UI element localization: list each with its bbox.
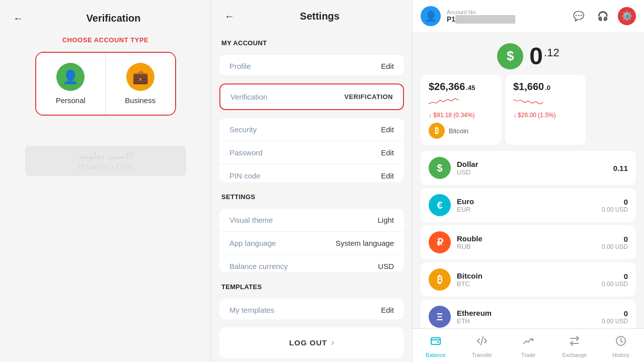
euro-code: EUR [457,206,596,213]
eth-ticker[interactable]: $1,660 .0 ↓ $26.00 (1.5%) [505,75,586,145]
choose-account-label: CHOOSE ACCOUNT TYPE [62,36,149,44]
eth-chart [513,95,543,110]
settings-panel: ← Settings MY ACCOUNT Profile Edit Verif… [211,0,413,362]
btc-ticker[interactable]: $26,366 .45 ↓ $91.18 (0.34%) ₿ Bitcoin [421,75,501,145]
business-account-option[interactable]: 💼 Business [106,53,175,115]
account-extra-card: Security Edit Password Edit PIN code Edi… [219,118,404,182]
headphones-icon[interactable]: 🎧 [594,7,612,25]
btc-coin-icon: ₿ [429,123,445,139]
ticker-strip: $26,366 .45 ↓ $91.18 (0.34%) ₿ Bitcoin $… [413,75,644,151]
my-account-section-header: MY ACCOUNT [211,32,412,51]
personal-account-option[interactable]: 👤 Personal [36,53,106,115]
currency-item-usd[interactable]: $ Dollar USD 0.11 [421,151,636,185]
svg-rect-0 [431,338,440,344]
bitcoin-name: Bitcoin [457,272,596,280]
eth-change: ↓ $26.00 (1.5%) [513,112,578,119]
nav-balance[interactable]: Balance [413,333,459,360]
security-row[interactable]: Security Edit [219,118,404,141]
header-actions: 💬 🎧 ⚙️ [570,7,636,25]
settings-header: ← Settings [211,0,412,32]
profile-row[interactable]: Profile Edit [219,55,404,75]
transfer-nav-label: Transfer [472,352,493,358]
nav-exchange[interactable]: Exchange [551,333,598,360]
euro-name: Euro [457,197,596,206]
dollar-amount: 0.11 [613,164,628,172]
templates-card: My templates Edit [219,299,404,319]
bitcoin-currency-icon: ₿ [429,268,451,291]
currency-list: $ Dollar USD 0.11 € Euro EUR 0 0.00 USD … [413,151,644,328]
exchange-nav-label: Exchange [562,352,587,358]
balance-currency-label: Balance currency [229,262,288,270]
balance-integer: 0 [529,42,543,70]
business-icon: 💼 [126,63,154,91]
trade-nav-icon [522,335,534,350]
btc-coin-row: ₿ Bitcoin [429,123,493,139]
rouble-amount: 0 0.00 USD [602,235,628,250]
trade-nav-label: Trade [521,352,535,358]
balance-currency-row[interactable]: Balance currency USD [219,254,404,272]
watermark: اكسب معلومةIKSABGO • COM [25,146,186,176]
verification-row-label: Verification [230,93,267,101]
verification-row[interactable]: Verification VERIFICATION [219,83,404,110]
profile-edit[interactable]: Edit [381,62,394,70]
euro-currency-icon: € [429,194,451,216]
verification-badge: VERIFICATION [344,93,393,101]
nav-history[interactable]: History [598,333,644,360]
account-number: P1████████████ [447,15,564,23]
balance-currency-value: USD [378,262,394,270]
verification-back-button[interactable]: ← [10,10,26,26]
visual-theme-value: Light [377,216,394,224]
nav-trade[interactable]: Trade [505,333,551,360]
logout-button[interactable]: LOG OUT › [219,327,404,358]
pincode-edit[interactable]: Edit [381,171,394,180]
currency-item-eth[interactable]: Ξ Ethereum ETH 0 0.00 USD [421,300,636,328]
password-row[interactable]: Password Edit [219,141,404,164]
business-label: Business [125,96,155,105]
pincode-row[interactable]: PIN code Edit [219,164,404,182]
bitcoin-balance: 0 [602,272,628,281]
euro-amount: 0 0.00 USD [602,198,628,213]
app-language-row[interactable]: App language System language [219,231,404,254]
euro-usd: 0.00 USD [602,206,628,213]
svg-rect-1 [437,341,439,343]
ethereum-usd: 0.00 USD [602,318,628,325]
my-templates-edit[interactable]: Edit [381,306,394,314]
rouble-code: RUB [457,243,596,250]
dollar-code: USD [457,168,607,176]
currency-item-rub[interactable]: ₽ Rouble RUB 0 0.00 USD [421,225,636,259]
bottom-navigation: Balance Transfer Trade [413,328,644,362]
total-balance-display: $ 0 .12 [413,32,644,75]
transfer-nav-icon [476,335,488,350]
logout-text: LOG OUT [289,338,327,347]
rouble-name: Rouble [457,234,596,243]
user-avatar: 👤 [421,6,441,26]
settings-card: Visual theme Light App language System l… [219,209,404,272]
bitcoin-code: BTC [457,280,596,288]
security-edit[interactable]: Edit [381,125,394,134]
balance-nav-label: Balance [426,352,446,358]
ethereum-amount: 0 0.00 USD [602,309,628,325]
chat-icon[interactable]: 💬 [570,7,588,25]
password-edit[interactable]: Edit [381,148,394,157]
btc-change: ↓ $91.18 (0.34%) [429,112,493,119]
nav-transfer[interactable]: Transfer [459,333,505,360]
history-nav-icon [615,335,627,350]
verification-panel: ← Verification CHOOSE ACCOUNT TYPE 👤 Per… [0,0,211,362]
pincode-label: PIN code [229,171,261,180]
settings-back-button[interactable]: ← [221,8,237,24]
app-language-label: App language [229,239,276,247]
euro-balance: 0 [602,198,628,206]
settings-icon[interactable]: ⚙️ [618,7,636,25]
app-language-value: System language [336,239,394,247]
rouble-usd: 0.00 USD [602,243,628,250]
currency-item-btc[interactable]: ₿ Bitcoin BTC 0 0.00 USD [421,262,636,297]
currency-item-eur[interactable]: € Euro EUR 0 0.00 USD [421,188,636,222]
my-templates-row[interactable]: My templates Edit [219,299,404,319]
logout-arrow-icon: › [331,337,334,348]
dollar-currency-icon: $ [429,157,451,179]
bitcoin-info: Bitcoin BTC [457,272,596,288]
account-info: Account No. P1████████████ [447,9,564,23]
verification-header: ← Verification [10,10,201,26]
dollar-icon: $ [497,43,523,69]
visual-theme-row[interactable]: Visual theme Light [219,209,404,231]
